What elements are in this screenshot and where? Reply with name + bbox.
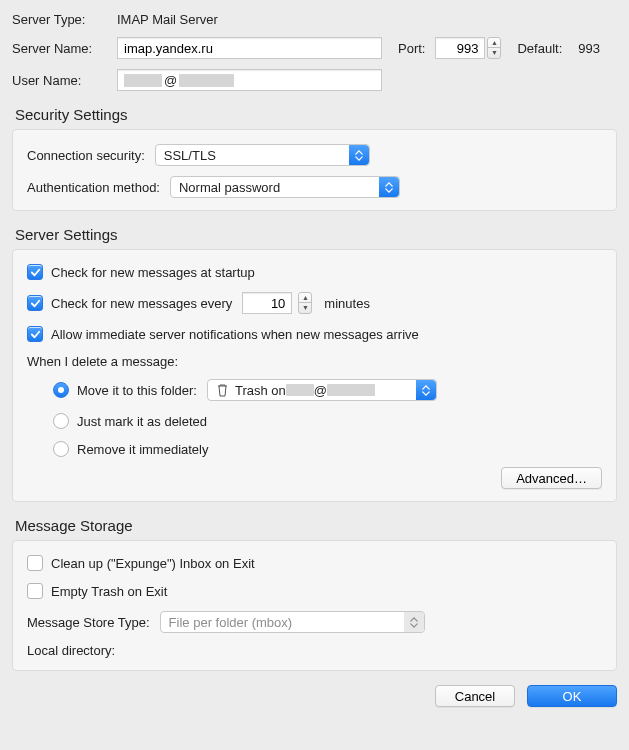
- chevron-down-icon: ▼: [299, 303, 311, 313]
- trash-icon: [216, 383, 229, 397]
- message-storage-group: Message Storage Clean up ("Expunge") Inb…: [12, 517, 617, 671]
- delete-move-radio[interactable]: [53, 382, 77, 398]
- check-startup-checkbox[interactable]: [27, 264, 51, 280]
- authentication-method-value: Normal password: [179, 180, 280, 195]
- server-settings-title: Server Settings: [15, 226, 617, 243]
- message-store-type-label: Message Store Type:: [27, 615, 150, 630]
- chevron-down-icon: [410, 623, 418, 628]
- authentication-method-select[interactable]: Normal password: [170, 176, 400, 198]
- message-storage-title: Message Storage: [15, 517, 617, 534]
- connection-security-value: SSL/TLS: [164, 148, 216, 163]
- server-type-value: IMAP Mail Server: [117, 12, 218, 27]
- chevron-down-icon: [422, 391, 430, 396]
- ok-button[interactable]: OK: [527, 685, 617, 707]
- check-icon: [30, 267, 41, 278]
- delete-move-label: Move it to this folder:: [77, 383, 197, 398]
- chevron-up-icon: [355, 150, 363, 155]
- default-port-label: Default:: [517, 41, 562, 56]
- check-every-input[interactable]: [242, 292, 292, 314]
- check-every-label-before: Check for new messages every: [51, 296, 232, 311]
- message-store-type-value: File per folder (mbox): [169, 615, 293, 630]
- chevron-down-icon: ▼: [488, 48, 500, 58]
- local-directory-label: Local directory:: [27, 643, 115, 658]
- chevron-down-icon: [355, 156, 363, 161]
- default-port-value: 993: [578, 41, 600, 56]
- authentication-method-label: Authentication method:: [27, 180, 160, 195]
- empty-trash-label: Empty Trash on Exit: [51, 584, 167, 599]
- user-name-label: User Name:: [12, 73, 107, 88]
- chevron-up-icon: [410, 617, 418, 622]
- delete-mark-radio[interactable]: [53, 413, 77, 429]
- allow-notifications-checkbox[interactable]: [27, 326, 51, 342]
- check-every-checkbox[interactable]: [27, 295, 51, 311]
- when-delete-label: When I delete a message:: [27, 354, 602, 369]
- server-name-input[interactable]: [117, 37, 382, 59]
- port-input[interactable]: [435, 37, 485, 59]
- port-stepper[interactable]: ▲ ▼: [487, 37, 501, 59]
- chevron-up-icon: ▲: [299, 293, 311, 303]
- delete-move-folder-select[interactable]: Trash on @: [207, 379, 437, 401]
- security-settings-title: Security Settings: [15, 106, 617, 123]
- chevron-up-icon: [422, 385, 430, 390]
- server-settings-group: Server Settings Check for new messages a…: [12, 226, 617, 502]
- port-label: Port:: [398, 41, 425, 56]
- check-icon: [30, 298, 41, 309]
- check-icon: [30, 329, 41, 340]
- message-store-type-select: File per folder (mbox): [160, 611, 425, 633]
- chevron-up-icon: ▲: [488, 38, 500, 48]
- chevron-down-icon: [385, 188, 393, 193]
- user-name-input[interactable]: @: [117, 69, 382, 91]
- check-every-label-after: minutes: [324, 296, 370, 311]
- connection-security-select[interactable]: SSL/TLS: [155, 144, 370, 166]
- allow-notifications-label: Allow immediate server notifications whe…: [51, 327, 419, 342]
- empty-trash-checkbox[interactable]: [27, 583, 51, 599]
- connection-security-label: Connection security:: [27, 148, 145, 163]
- delete-remove-radio[interactable]: [53, 441, 77, 457]
- delete-mark-label: Just mark it as deleted: [77, 414, 207, 429]
- check-every-stepper[interactable]: ▲ ▼: [298, 292, 312, 314]
- delete-move-folder-prefix: Trash on: [235, 383, 286, 398]
- advanced-button[interactable]: Advanced…: [501, 467, 602, 489]
- server-name-label: Server Name:: [12, 41, 107, 56]
- server-type-label: Server Type:: [12, 12, 107, 27]
- check-startup-label: Check for new messages at startup: [51, 265, 255, 280]
- delete-remove-label: Remove it immediately: [77, 442, 209, 457]
- expunge-checkbox[interactable]: [27, 555, 51, 571]
- chevron-up-icon: [385, 182, 393, 187]
- cancel-button[interactable]: Cancel: [435, 685, 515, 707]
- expunge-label: Clean up ("Expunge") Inbox on Exit: [51, 556, 255, 571]
- security-settings-group: Security Settings Connection security: S…: [12, 106, 617, 211]
